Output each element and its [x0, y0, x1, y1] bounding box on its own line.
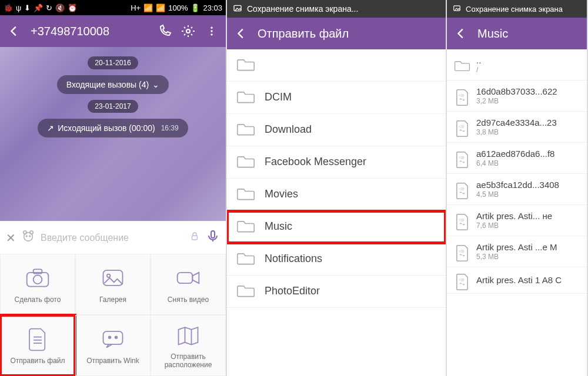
- svg-point-6: [30, 231, 34, 234]
- incoming-calls-chip[interactable]: Входящие вызовы (4) ⌄: [57, 75, 169, 94]
- signal-icon: 📶: [143, 4, 153, 12]
- chat-body[interactable]: 20-11-2016 Входящие вызовы (4) ⌄ 23-01-2…: [0, 47, 226, 221]
- folder-row[interactable]: Notifications: [227, 243, 446, 276]
- menu-button[interactable]: [205, 24, 219, 38]
- grid-label: Снять видео: [168, 296, 209, 304]
- contact-number[interactable]: +37498710008: [31, 25, 109, 38]
- file-picker-header: Отправить файл: [227, 18, 446, 49]
- call-button[interactable]: [158, 24, 172, 38]
- back-button[interactable]: [454, 26, 468, 41]
- file-row[interactable]: ◁))Artik pres. Asti ...e M5,3 MB: [447, 236, 587, 267]
- header-title: Music: [477, 27, 580, 41]
- screenshot-icon: [233, 4, 242, 15]
- back-button[interactable]: [7, 24, 21, 38]
- file-name: Artik pres. Asti... не: [476, 211, 552, 221]
- svg-point-18: [109, 336, 111, 338]
- svg-point-2: [211, 30, 212, 32]
- wink-icon: [100, 326, 126, 352]
- camera-icon: [25, 265, 51, 291]
- grid-send-location[interactable]: Отправить расположение: [151, 315, 226, 376]
- screen-chat: 🐞 ψ ⬇ 📌 ↻ 🔇 ⏰ H+ 📶 📶 100% 🔋 23:03 +37498…: [0, 0, 227, 376]
- svg-point-0: [186, 29, 190, 33]
- alarm-icon: ⏰: [68, 4, 77, 12]
- file-name: ae5b3fca12dd...3408: [476, 180, 559, 190]
- file-name: PhotoEditor: [265, 285, 320, 298]
- file-list[interactable]: ../◁))16d0a8b37033...6223,2 MB◁))2d97ca4…: [447, 49, 587, 376]
- settings-button[interactable]: [181, 24, 195, 38]
- folder-row[interactable]: PhotoEditor: [227, 276, 446, 308]
- folder-row[interactable]: Download: [227, 114, 446, 146]
- notification-text: Сохранение снимка экрана: [466, 5, 563, 14]
- grid-label: Сделать фото: [15, 296, 61, 304]
- file-text: DCIM: [265, 91, 292, 104]
- file-text: ae5b3fca12dd...34084,5 MB: [476, 180, 559, 199]
- folder-row[interactable]: [227, 49, 446, 82]
- file-name: a612aed876da6...f8: [476, 149, 554, 159]
- file-name: Movies: [265, 188, 298, 201]
- outgoing-call-label: Исходящий вызов (00:00): [58, 123, 155, 133]
- attachment-grid: Сделать фото Галерея Снять видео Отправи…: [0, 254, 226, 376]
- file-text: Notifications: [265, 253, 322, 266]
- grid-take-photo[interactable]: Сделать фото: [0, 254, 75, 315]
- incoming-calls-label: Входящие вызовы (4): [66, 80, 149, 89]
- file-icon: [25, 326, 51, 352]
- map-icon: [175, 322, 201, 348]
- file-sub: 6,4 MB: [476, 159, 554, 167]
- svg-rect-9: [192, 236, 198, 240]
- file-name: 16d0a8b37033...622: [476, 86, 557, 97]
- close-button[interactable]: ✕: [6, 231, 16, 245]
- file-text: Artik pres. Asti 1 A8 C: [476, 275, 562, 286]
- notification-bar: Сохранение снимка экрана: [447, 0, 587, 18]
- gallery-icon: [100, 265, 126, 291]
- folder-row[interactable]: Facebook Messenger: [227, 146, 446, 179]
- svg-rect-16: [178, 273, 193, 283]
- file-row[interactable]: ◁))ae5b3fca12dd...34084,5 MB: [447, 174, 587, 205]
- folder-row[interactable]: Music: [227, 211, 446, 243]
- folder-row[interactable]: DCIM: [227, 82, 446, 114]
- grid-send-file[interactable]: Отправить файл: [0, 315, 75, 376]
- screen-file-picker: Сохранение снимка экрана... Отправить фа…: [227, 0, 447, 376]
- svg-rect-14: [103, 270, 123, 286]
- file-text: Facebook Messenger: [265, 156, 366, 169]
- file-name: ..: [476, 55, 481, 66]
- audio-file-icon: ◁)): [454, 182, 470, 196]
- svg-text:◁)): ◁)): [459, 125, 464, 128]
- audio-file-icon: ◁)): [454, 273, 470, 287]
- file-row[interactable]: ◁))Artik pres. Asti... не7,6 MB: [447, 205, 587, 236]
- grid-gallery[interactable]: Галерея: [75, 254, 151, 315]
- svg-text:◁)): ◁)): [459, 187, 464, 190]
- file-name: Music: [265, 220, 292, 233]
- folder-icon: [454, 58, 470, 72]
- grid-record-video[interactable]: Снять видео: [151, 254, 226, 315]
- folder-icon: [235, 56, 256, 74]
- date-chip: 23-01-2017: [88, 100, 138, 113]
- grid-send-wink[interactable]: Отправить Wink: [75, 315, 151, 376]
- date-chip: 20-11-2016: [88, 56, 138, 69]
- folder-icon: [235, 153, 256, 171]
- grid-label: Отправить Wink: [86, 357, 139, 365]
- folder-icon: [235, 186, 256, 203]
- notification-text: Сохранение снимка экрана...: [247, 4, 358, 14]
- file-sub: 5,3 MB: [476, 253, 557, 261]
- folder-list[interactable]: DCIMDownloadFacebook MessengerMoviesMusi…: [227, 49, 446, 376]
- file-row[interactable]: ◁))16d0a8b37033...6223,2 MB: [447, 80, 587, 112]
- music-header: Music: [447, 18, 587, 49]
- screenshot-icon: [453, 4, 461, 14]
- file-row[interactable]: ◁))2d97ca4e3334a...233,8 MB: [447, 112, 587, 143]
- back-button[interactable]: [234, 26, 248, 41]
- file-sub: 3,2 MB: [476, 97, 557, 105]
- message-input[interactable]: Введите сообщение: [41, 233, 183, 243]
- folder-icon: [235, 121, 256, 139]
- sticker-button[interactable]: [22, 230, 35, 246]
- folder-row[interactable]: ../: [447, 49, 587, 80]
- file-sub: /: [476, 66, 481, 74]
- clock-text: 23:03: [203, 4, 222, 12]
- svg-text:◁)): ◁)): [459, 278, 464, 281]
- outgoing-call-chip[interactable]: ↗ Исходящий вызов (00:00) 16:39: [38, 119, 188, 137]
- lock-icon[interactable]: [189, 231, 200, 244]
- audio-file-icon: ◁)): [454, 151, 470, 165]
- folder-row[interactable]: Movies: [227, 179, 446, 211]
- mic-button[interactable]: [206, 229, 220, 246]
- file-row[interactable]: ◁))Artik pres. Asti 1 A8 C: [447, 267, 587, 294]
- file-row[interactable]: ◁))a612aed876da6...f86,4 MB: [447, 143, 587, 174]
